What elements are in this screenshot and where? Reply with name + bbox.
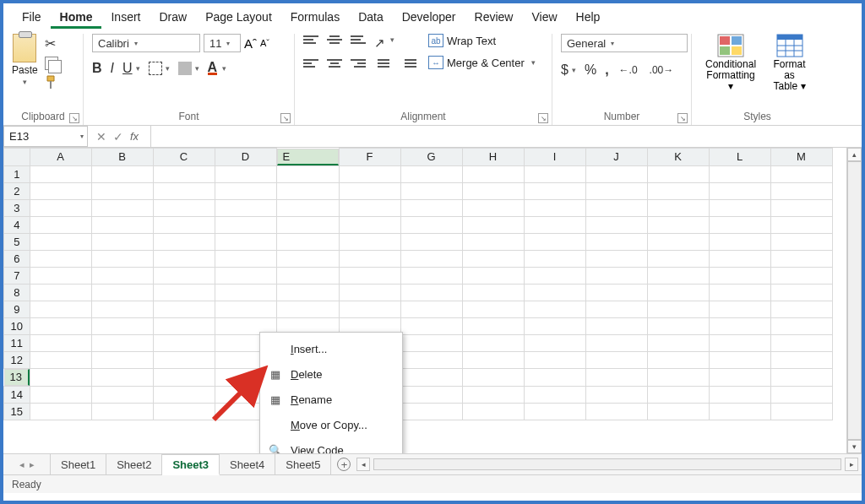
cell-A12[interactable] — [30, 351, 91, 368]
cell-M2[interactable] — [770, 182, 832, 199]
row-header-7[interactable]: 7 — [4, 267, 30, 284]
cell-B14[interactable] — [91, 386, 153, 403]
cell-B13[interactable] — [91, 368, 153, 386]
cell-I9[interactable] — [524, 301, 585, 317]
column-header-D[interactable]: D — [215, 149, 276, 166]
cell-G9[interactable] — [400, 301, 462, 317]
cell-H3[interactable] — [462, 199, 524, 216]
cancel-formula-button[interactable]: ✕ — [96, 130, 106, 144]
cell-K12[interactable] — [647, 351, 709, 368]
cell-H10[interactable] — [462, 317, 524, 334]
enter-formula-button[interactable]: ✓ — [113, 130, 123, 144]
cell-H14[interactable] — [462, 386, 524, 403]
cell-H2[interactable] — [462, 182, 524, 199]
increase-font-button[interactable]: Aˆ — [244, 36, 257, 51]
increase-indent-button[interactable] — [401, 59, 416, 71]
cell-A6[interactable] — [30, 250, 91, 267]
cell-M3[interactable] — [770, 199, 832, 216]
cell-J5[interactable] — [585, 233, 647, 250]
cell-K9[interactable] — [647, 301, 709, 317]
row-header-3[interactable]: 3 — [4, 199, 30, 216]
cell-A9[interactable] — [30, 301, 91, 317]
cell-F2[interactable] — [339, 182, 400, 199]
currency-button[interactable]: $ — [561, 62, 569, 78]
cell-M8[interactable] — [770, 284, 832, 301]
cell-K1[interactable] — [647, 165, 709, 182]
cell-M14[interactable] — [770, 386, 832, 403]
comma-button[interactable]: , — [605, 62, 608, 78]
column-header-B[interactable]: B — [91, 149, 153, 166]
cell-C11[interactable] — [153, 334, 215, 351]
cell-I1[interactable] — [524, 165, 585, 182]
cell-G14[interactable] — [400, 386, 462, 403]
menu-review[interactable]: Review — [465, 6, 523, 29]
ctx-insert[interactable]: Insert... — [260, 336, 402, 361]
cell-F8[interactable] — [339, 284, 400, 301]
sheet-tab-sheet1[interactable]: Sheet1 — [51, 454, 106, 474]
cell-I4[interactable] — [524, 216, 585, 233]
cell-L6[interactable] — [709, 250, 770, 267]
paste-button[interactable]: Paste ▾ — [12, 34, 38, 86]
cell-K5[interactable] — [647, 233, 709, 250]
format-as-table-button[interactable]: Format asTable ▾ — [764, 34, 814, 92]
sheet-nav[interactable]: ◂▸ — [3, 454, 51, 474]
conditional-formatting-button[interactable]: ConditionalFormatting ▾ — [700, 34, 761, 92]
cell-G8[interactable] — [400, 284, 462, 301]
cell-J6[interactable] — [585, 250, 647, 267]
row-header-15[interactable]: 15 — [4, 403, 30, 420]
cell-M1[interactable] — [770, 165, 832, 182]
menu-draw[interactable]: Draw — [150, 6, 196, 29]
menu-page-layout[interactable]: Page Layout — [196, 6, 281, 29]
cell-B4[interactable] — [91, 216, 153, 233]
cell-A4[interactable] — [30, 216, 91, 233]
column-header-I[interactable]: I — [524, 149, 585, 166]
cell-J8[interactable] — [585, 284, 647, 301]
cell-M6[interactable] — [770, 250, 832, 267]
number-format-select[interactable]: General▾ — [561, 34, 688, 52]
align-middle-button[interactable] — [327, 35, 342, 47]
percent-button[interactable]: % — [585, 62, 596, 78]
cell-B6[interactable] — [91, 250, 153, 267]
cell-E7[interactable] — [276, 267, 339, 284]
cell-L14[interactable] — [709, 386, 770, 403]
cell-E2[interactable] — [276, 182, 339, 199]
cell-B1[interactable] — [91, 165, 153, 182]
dialog-launcher-icon[interactable]: ↘ — [677, 113, 688, 123]
cell-L3[interactable] — [709, 199, 770, 216]
menu-help[interactable]: Help — [567, 6, 610, 29]
cell-D6[interactable] — [215, 250, 276, 267]
cell-E6[interactable] — [276, 250, 339, 267]
cell-C13[interactable] — [153, 368, 215, 386]
align-top-button[interactable] — [303, 35, 318, 47]
column-header-H[interactable]: H — [462, 149, 524, 166]
cell-K3[interactable] — [647, 199, 709, 216]
row-header-1[interactable]: 1 — [4, 165, 30, 182]
decrease-indent-button[interactable] — [378, 59, 393, 71]
horizontal-scrollbar[interactable]: ◂ ▸ — [356, 454, 862, 474]
dialog-launcher-icon[interactable]: ↘ — [538, 113, 548, 123]
cell-H1[interactable] — [462, 165, 524, 182]
cell-A15[interactable] — [30, 403, 91, 420]
cell-M5[interactable] — [770, 233, 832, 250]
cell-J14[interactable] — [585, 386, 647, 403]
cell-H8[interactable] — [462, 284, 524, 301]
ctx-move-or-copy[interactable]: Move or Copy... — [260, 412, 402, 437]
cell-I14[interactable] — [524, 386, 585, 403]
scroll-down-button[interactable]: ▾ — [847, 440, 862, 453]
font-color-button[interactable]: A — [208, 62, 218, 75]
decrease-decimal-button[interactable]: .00→ — [648, 62, 676, 78]
cell-G7[interactable] — [400, 267, 462, 284]
cell-L4[interactable] — [709, 216, 770, 233]
row-header-11[interactable]: 11 — [4, 334, 30, 351]
sheet-tab-sheet3[interactable]: Sheet3 — [162, 454, 220, 475]
bold-button[interactable]: B — [92, 61, 102, 76]
align-right-button[interactable] — [351, 59, 366, 71]
row-header-14[interactable]: 14 — [4, 386, 30, 403]
menu-home[interactable]: Home — [51, 6, 102, 29]
new-sheet-button[interactable]: + — [331, 454, 356, 474]
ctx-delete[interactable]: ▦Delete — [260, 361, 402, 387]
cell-C6[interactable] — [153, 250, 215, 267]
cell-H9[interactable] — [462, 301, 524, 317]
cell-C3[interactable] — [153, 199, 215, 216]
copy-button[interactable] — [45, 57, 58, 70]
